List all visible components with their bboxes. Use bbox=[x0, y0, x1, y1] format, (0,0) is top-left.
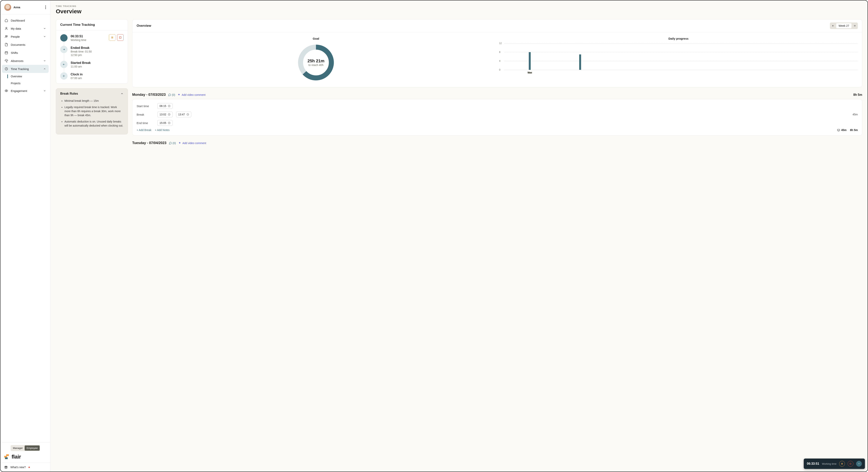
goal-heading: Goal bbox=[136, 37, 495, 40]
chevron-down-icon bbox=[43, 35, 46, 38]
time-value: 15:05 bbox=[159, 121, 166, 124]
event-title: Clock in bbox=[71, 73, 124, 76]
break-from-input[interactable]: 13:02 bbox=[157, 112, 173, 117]
more-menu-button[interactable] bbox=[45, 5, 46, 9]
comments-button[interactable]: (0) bbox=[168, 93, 175, 96]
floating-sub: Working time bbox=[822, 462, 836, 465]
svg-point-1 bbox=[5, 35, 6, 36]
svg-point-0 bbox=[6, 27, 7, 28]
floating-time: 06:33:51 bbox=[807, 462, 819, 466]
video-comment-label: Add video comment bbox=[182, 141, 206, 145]
home-icon bbox=[5, 19, 8, 22]
nav-people[interactable]: People bbox=[2, 32, 49, 40]
role-toggle[interactable]: Manager Employee bbox=[10, 445, 40, 451]
clock-icon bbox=[168, 105, 170, 107]
subnav-projects[interactable]: Projects bbox=[5, 80, 49, 87]
role-employee[interactable]: Employee bbox=[25, 445, 40, 451]
goal-value: 25h 21m bbox=[308, 59, 324, 63]
clock-icon bbox=[186, 113, 189, 116]
umbrella-icon bbox=[5, 59, 8, 63]
add-video-comment-button[interactable]: Add video comment bbox=[178, 93, 206, 96]
rule-item: Legally required break time is tracked. … bbox=[64, 105, 124, 117]
user-name: Anna bbox=[13, 6, 42, 9]
end-label: End time bbox=[136, 121, 154, 125]
subnav-overview[interactable]: Overview bbox=[5, 73, 49, 80]
clock-icon bbox=[168, 122, 170, 124]
nav-label: Dashboard bbox=[11, 19, 46, 22]
break-duration: 45m bbox=[852, 113, 858, 116]
rule-item: Automatic deduction is on. Unused daily … bbox=[64, 120, 124, 128]
week-next-button[interactable] bbox=[852, 23, 857, 28]
person-icon bbox=[5, 27, 8, 30]
goal-sub: to reach 40h bbox=[308, 63, 323, 67]
comment-icon bbox=[169, 141, 172, 145]
nav-engagement[interactable]: Engagement bbox=[2, 87, 49, 95]
svg-rect-23 bbox=[842, 463, 843, 465]
notification-dot-icon bbox=[29, 467, 30, 468]
svg-marker-14 bbox=[63, 75, 65, 77]
time-value: 13:47 bbox=[178, 113, 185, 116]
floating-pause-button[interactable] bbox=[839, 461, 845, 467]
break-to-input[interactable]: 13:47 bbox=[176, 112, 191, 117]
svg-point-5 bbox=[6, 90, 7, 91]
break-end-icon bbox=[60, 46, 67, 53]
chevron-up-icon bbox=[858, 463, 860, 465]
comments-button[interactable]: (0) bbox=[169, 141, 176, 145]
chevron-up-icon bbox=[120, 92, 124, 95]
bar bbox=[579, 55, 581, 70]
chevron-up-icon bbox=[43, 67, 46, 70]
add-break-button[interactable]: + Add Break bbox=[136, 128, 151, 131]
daily-progress-chart: 04812MonTueWedThuFriSatSun bbox=[499, 43, 858, 74]
y-tick: 0 bbox=[499, 68, 500, 71]
bar bbox=[529, 52, 531, 70]
breadcrumb: TIME TRACKING bbox=[56, 5, 862, 7]
role-manager[interactable]: Manager bbox=[11, 445, 25, 451]
clock-icon bbox=[168, 113, 170, 116]
card-title: Current Time Tracking bbox=[60, 23, 124, 27]
svg-rect-11 bbox=[112, 36, 112, 38]
page-title: Overview bbox=[56, 8, 862, 14]
floating-timer[interactable]: 06:33:51 Working time bbox=[804, 459, 865, 469]
goal-donut: 25h 21m to reach 40h bbox=[297, 43, 335, 82]
overview-card: Overview Week 27 Goal bbox=[132, 19, 862, 87]
week-label[interactable]: Week 27 bbox=[836, 23, 851, 28]
stop-button[interactable] bbox=[117, 34, 124, 41]
clock-icon bbox=[5, 67, 8, 71]
add-notes-button[interactable]: + Add Notes bbox=[155, 128, 170, 131]
svg-point-2 bbox=[7, 36, 8, 37]
floating-expand-button[interactable] bbox=[856, 461, 862, 467]
subnav-label: Projects bbox=[11, 82, 21, 85]
nav-absences[interactable]: Absences bbox=[2, 57, 49, 65]
sidebar-footer[interactable]: What's new? bbox=[0, 463, 50, 472]
pause-button[interactable] bbox=[109, 34, 116, 41]
start-time-input[interactable]: 06:15 bbox=[157, 103, 173, 109]
floating-stop-button[interactable] bbox=[847, 461, 854, 467]
svg-rect-21 bbox=[837, 129, 840, 131]
comment-count: (0) bbox=[173, 141, 176, 145]
avatar[interactable] bbox=[4, 4, 11, 11]
nav-documents[interactable]: Documents bbox=[2, 40, 49, 49]
end-time-input[interactable]: 15:05 bbox=[157, 120, 173, 126]
day-title: Monday - 07/03/2023 bbox=[132, 93, 166, 97]
stop-icon bbox=[119, 36, 121, 39]
week-prev-button[interactable] bbox=[831, 23, 836, 28]
time-value: 06:15 bbox=[159, 104, 166, 107]
more-vertical-icon bbox=[45, 6, 46, 9]
svg-rect-7 bbox=[6, 454, 9, 456]
svg-rect-12 bbox=[112, 36, 113, 38]
card-title: Overview bbox=[136, 24, 151, 28]
nav-time-tracking[interactable]: Time Tracking bbox=[2, 65, 49, 73]
rules-toggle[interactable]: Break Rules bbox=[56, 89, 128, 99]
nav-shifts[interactable]: Shifts bbox=[2, 49, 49, 57]
nav-dashboard[interactable]: Dashboard bbox=[2, 17, 49, 25]
nav-my-data[interactable]: My data bbox=[2, 25, 49, 32]
gift-icon bbox=[4, 466, 8, 469]
meta-total: 8h 5m bbox=[850, 128, 858, 131]
break-rules-card: Break Rules Minimal break length — 15m L… bbox=[56, 88, 128, 134]
nav-label: My data bbox=[11, 27, 40, 30]
svg-rect-24 bbox=[850, 463, 851, 465]
left-col: Current Time Tracking 06:33:51 Working t… bbox=[56, 19, 128, 134]
add-video-comment-button[interactable]: Add video comment bbox=[178, 141, 206, 145]
comment-count: (0) bbox=[172, 93, 175, 96]
svg-rect-8 bbox=[5, 458, 8, 459]
